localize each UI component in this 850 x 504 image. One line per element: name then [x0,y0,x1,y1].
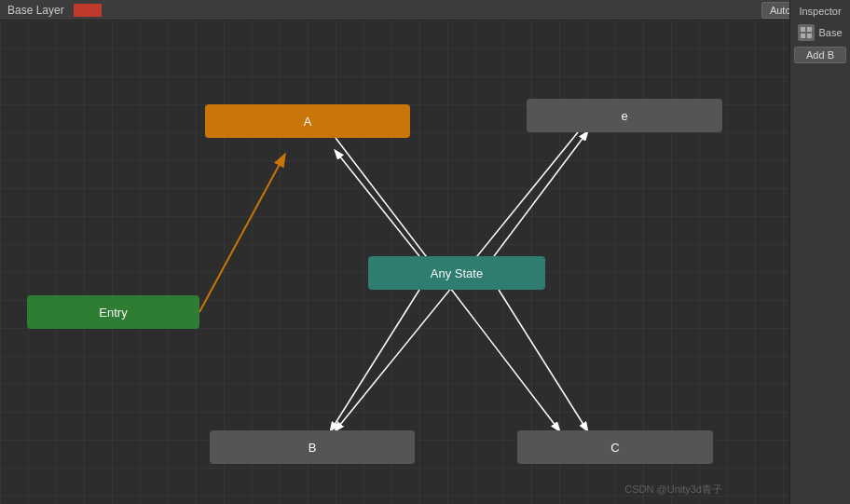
inspector-icon [798,24,815,41]
canvas-area: A e Any State Entry B C CSDN @Unity3d青子 [0,20,789,504]
state-node-any-state-label: Any State [431,266,483,280]
state-node-e-label: e [621,109,627,123]
base-label-inspector: Base [818,27,842,38]
state-node-b-label: B [308,441,317,455]
state-node-c[interactable]: C [517,430,713,464]
base-layer-label: Base Layer [7,4,64,17]
add-b-button[interactable]: Add B [794,47,846,63]
state-node-entry[interactable]: Entry [27,295,199,329]
state-node-a[interactable]: A [205,104,410,138]
top-bar-left: Base Layer [0,4,102,17]
red-box-indicator [74,4,102,17]
state-node-a-label: A [304,115,312,129]
state-node-b[interactable]: B [210,430,415,464]
inspector-panel: Inspector Base Add B [789,0,850,504]
svg-rect-2 [801,34,805,38]
state-node-e[interactable]: e [527,99,722,132]
svg-rect-3 [807,34,812,38]
top-bar: Base Layer Auto Live Link [0,0,850,20]
state-node-entry-label: Entry [99,306,127,320]
state-node-c-label: C [610,441,619,455]
inspector-title: Inspector [795,4,844,19]
svg-rect-1 [807,27,812,32]
svg-rect-0 [801,27,805,32]
state-node-any-state[interactable]: Any State [368,256,545,290]
